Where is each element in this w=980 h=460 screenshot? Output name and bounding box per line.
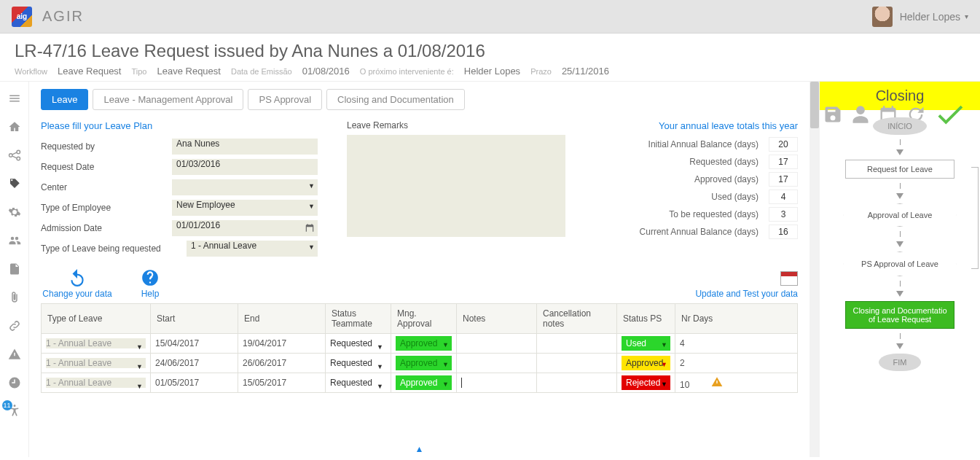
username[interactable]: Helder Lopes [900,11,960,23]
tobe-requested-label: To be requested (days) [669,209,758,219]
table-row[interactable]: 1 - Annual Leave▼ 15/04/2017 19/04/2017 … [42,334,798,354]
tab-ps-approval[interactable]: PS Approval [248,89,322,110]
tobe-requested-value: 3 [769,207,798,222]
change-data-button[interactable]: Change your data [41,268,114,299]
proximo-label: O próximo interveniente é: [360,67,454,76]
menu-icon[interactable] [8,92,21,107]
tag-icon[interactable] [8,177,21,192]
alert-icon[interactable] [8,348,21,363]
cell-ps-select[interactable]: Approved▼ [622,356,670,370]
admission-date-field[interactable]: 01/01/2016 [172,220,302,236]
leave-table: Type of Leave Start End Status Teammate … [41,303,798,393]
request-date-field[interactable]: 01/03/2016 [172,159,318,175]
help-button[interactable]: Help [114,268,187,299]
link-icon[interactable] [8,319,21,335]
cell-cancel-notes[interactable] [537,334,617,354]
gear-icon[interactable] [8,206,21,221]
table-row[interactable]: 1 - Annual Leave▼ 01/05/2017 15/05/2017 … [42,373,798,393]
expand-chevron-icon[interactable]: ▲ [415,444,424,454]
cell-end[interactable]: 19/04/2017 [238,334,326,354]
cell-start[interactable]: 01/05/2017 [151,373,238,393]
cell-days: 2 [675,354,798,373]
col-cancel-notes[interactable]: Cancellation notes [537,304,617,334]
cell-days: 10 [675,373,798,393]
share-icon[interactable] [8,149,21,164]
cell-cancel-notes[interactable] [537,354,617,373]
center-select[interactable]: ▼ [172,179,318,195]
col-mng-approval[interactable]: Mng. Approval [391,304,457,334]
admission-date-calendar-icon[interactable] [302,220,318,236]
tab-closing[interactable]: Closing and Documentation [326,89,465,110]
cell-days: 4 [675,334,798,354]
tab-mgmt-approval[interactable]: Leave - Management Approval [93,89,243,110]
note-icon[interactable] [8,262,21,278]
type-employee-label: Type of Employee [41,203,172,213]
group-icon[interactable] [8,234,21,249]
table-row[interactable]: 1 - Annual Leave▼ 24/06/2017 26/06/2017 … [42,354,798,373]
cell-notes[interactable] [457,354,537,373]
nav-badge: 11 [2,400,12,410]
cell-ps-select[interactable]: Rejected▼ [622,375,670,390]
page-title: LR-47/16 Leave Request issued by Ana Nun… [15,41,965,61]
clip-icon[interactable] [8,291,21,306]
col-start[interactable]: Start [151,304,238,334]
top-bar: aig AGIR Helder Lopes ▾ [0,0,980,34]
current-balance-label: Current Annual Balance (days) [640,227,758,237]
cell-cancel-notes[interactable] [537,373,617,393]
cell-notes[interactable] [457,334,537,354]
used-days-label: Used (days) [711,192,758,202]
col-end[interactable]: End [238,304,326,334]
cell-mng-select[interactable]: Approved▼ [396,375,452,390]
cell-teammate-select[interactable]: Requested▼ [330,338,386,348]
col-nr-days[interactable]: Nr Days [675,304,798,334]
cell-end[interactable]: 26/06/2017 [238,354,326,373]
remarks-label: Leave Remarks [347,120,580,130]
type-leave-label: Type of Leave being requested [41,243,187,254]
col-status-teammate[interactable]: Status Teammate [326,304,391,334]
vertical-scrollbar[interactable] [810,82,820,457]
current-balance-value: 16 [769,225,798,239]
wf-node-approval[interactable]: Approval of Leave [843,203,957,227]
cell-notes[interactable] [457,373,537,393]
workflow-label: Workflow [15,67,47,76]
wf-node-closing[interactable]: Closing and Documentatio of Leave Reques… [845,301,954,329]
cell-start[interactable]: 24/06/2017 [151,354,238,373]
cell-end[interactable]: 15/05/2017 [238,373,326,393]
main-content: Leave Leave - Management Approval PS App… [29,82,810,457]
cell-type-select[interactable]: 1 - Annual Leave▼ [46,358,146,368]
requested-by-field[interactable]: Ana Nunes [172,139,318,155]
remarks-textarea[interactable] [347,135,565,237]
cell-teammate-select[interactable]: Requested▼ [330,358,386,368]
avatar[interactable] [872,7,893,27]
left-nav: 11 [0,82,29,457]
approved-days-value: 17 [769,172,798,187]
cell-start[interactable]: 15/04/2017 [151,334,238,354]
cell-teammate-select[interactable]: Requested▼ [330,378,386,388]
scrollbar-thumb[interactable] [810,82,819,128]
update-calendar-icon [780,271,798,286]
approved-days-label: Approved (days) [694,174,758,184]
user-menu-chevron-icon[interactable]: ▾ [965,12,968,20]
type-employee-select[interactable]: New Employee▼ [172,200,318,216]
col-notes[interactable]: Notes [457,304,537,334]
cell-type-select[interactable]: 1 - Annual Leave▼ [46,378,146,388]
cell-mng-select[interactable]: Approved▼ [396,356,452,370]
app-name: AGIR [42,8,84,25]
tab-bar: Leave Leave - Management Approval PS App… [41,89,798,110]
totals-title: Your annual leave totals this year [609,120,798,131]
initial-balance-label: Initial Annual Balance (days) [648,139,758,149]
tab-leave[interactable]: Leave [41,89,88,110]
cell-type-select[interactable]: 1 - Annual Leave▼ [46,338,146,348]
cell-ps-select[interactable]: Used▼ [622,336,670,351]
accessibility-icon[interactable]: 11 [8,405,21,420]
cell-mng-select[interactable]: Approved▼ [396,336,452,351]
type-leave-select[interactable]: 1 - Annual Leave▼ [187,241,318,257]
clock-icon[interactable] [8,376,21,391]
wf-node-ps-approval[interactable]: PS Approval of Leave [843,252,957,276]
wf-node-request[interactable]: Request for Leave [845,160,954,179]
home-icon[interactable] [8,120,21,136]
col-status-ps[interactable]: Status PS [617,304,675,334]
col-type[interactable]: Type of Leave [42,304,151,334]
tipo-label: Tipo [131,67,146,76]
update-test-button[interactable]: Update and Test your data [695,271,798,299]
